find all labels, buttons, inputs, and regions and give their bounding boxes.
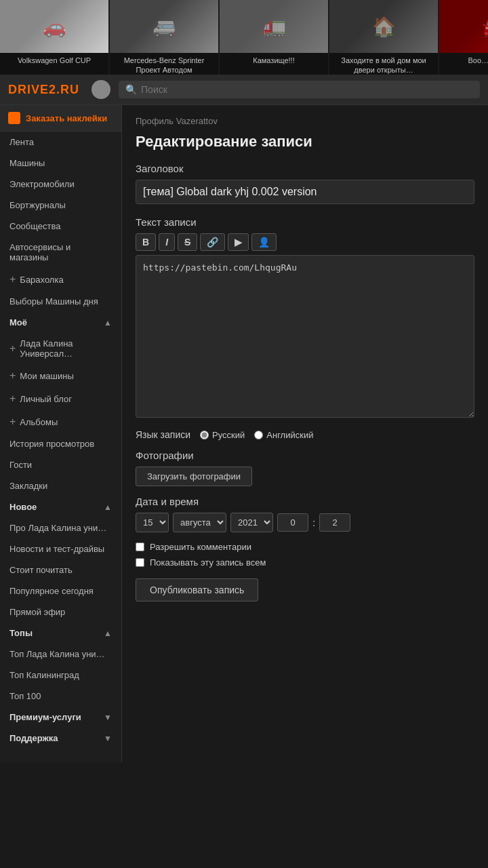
sidebar-item-cars[interactable]: Машины <box>0 153 121 174</box>
chevron-new-icon: ▲ <box>104 502 112 512</box>
add-icon-garage: + <box>9 273 16 285</box>
toolbar-btn-bold[interactable]: B <box>136 233 156 251</box>
sidebar-subitem-kalina[interactable]: +Лада Калина Универсал… <box>0 333 121 364</box>
sidebar-item-lenta[interactable]: Лента <box>0 132 121 153</box>
carousel-thumb-mb: 🚐 <box>110 0 218 53</box>
sidebar-section-label-premium: Премиум-услуги <box>9 712 81 722</box>
toolbar-btn-link[interactable]: 🔗 <box>200 233 225 251</box>
chevron-premium-icon: ▼ <box>104 713 112 722</box>
sidebar-item-garage[interactable]: +Барахолка <box>0 268 121 291</box>
sidebar-subitem-news[interactable]: Новости и тест-драйвы <box>0 538 121 559</box>
add-icon-albums: + <box>9 416 16 428</box>
sidebar: Заказать наклейки ЛентаМашиныЭлектромоби… <box>0 105 122 762</box>
sidebar-promo[interactable]: Заказать наклейки <box>0 105 121 132</box>
toolbar-btn-italic[interactable]: I <box>159 233 175 251</box>
carousel-item-vw[interactable]: 🚗 Volkswagen Golf CUP <box>0 0 110 75</box>
lang-radio-group: РусскийАнглийский <box>200 430 313 440</box>
sidebar-section-support[interactable]: Поддержка ▼ <box>0 728 121 749</box>
sidebar-item-choices[interactable]: Выборы Машины дня <box>0 291 121 312</box>
sidebar-subitem-top100[interactable]: Топ 100 <box>0 686 121 707</box>
sidebar-label-ev: Электромобили <box>9 179 75 189</box>
carousel-label-mb: Mercedes-Benz Sprinter Проект Автодом <box>110 53 218 75</box>
minute-input[interactable] <box>319 513 350 532</box>
search-input[interactable] <box>141 84 473 95</box>
toolbar-btn-video[interactable]: ▶ <box>228 233 249 251</box>
sidebar-item-services[interactable]: Автосервисы и магазины <box>0 237 121 268</box>
carousel-thumb-vw: 🚗 <box>0 0 108 53</box>
sidebar-item-ev[interactable]: Электромобили <box>0 174 121 195</box>
sidebar-label-garage: Барахолка <box>20 275 63 285</box>
carousel-item-mb[interactable]: 🚐 Mercedes-Benz Sprinter Проект Автодом <box>110 0 220 75</box>
show-public-checkbox[interactable]: Показывать эту запись всем <box>136 557 474 568</box>
text-area[interactable] <box>136 255 474 418</box>
upload-photos-button[interactable]: Загрузить фотографии <box>136 467 252 486</box>
year-select[interactable]: 2021 <box>230 513 273 532</box>
sidebar-subitem-guests[interactable]: Гости <box>0 454 121 475</box>
carousel: 🚗 Volkswagen Golf CUP 🚐 Mercedes-Benz Sp… <box>0 0 488 75</box>
sidebar-subitem-pro-kalina[interactable]: Про Лада Калина уни… <box>0 517 121 538</box>
sidebar-subitem-popular[interactable]: Популярное сегодня <box>0 580 121 601</box>
datetime-label: Дата и время <box>136 496 474 507</box>
sidebar-label-top100: Топ 100 <box>9 691 41 701</box>
carousel-item-car5[interactable]: 🚘 Воо… Копьё… <box>439 0 488 75</box>
carousel-item-kamaz[interactable]: 🚛 Камазище!!! <box>220 0 329 75</box>
text-section-label: Текст записи <box>136 216 474 228</box>
carousel-icon-mb: 🚐 <box>152 16 176 38</box>
lang-radio-en[interactable]: Английский <box>254 430 313 440</box>
lang-radio-ru[interactable]: Русский <box>200 430 245 440</box>
toolbar-btn-person[interactable]: 👤 <box>251 233 277 251</box>
add-icon-kalina: + <box>9 342 16 355</box>
day-select[interactable]: 15 <box>136 513 169 532</box>
carousel-icon-car5: 🚘 <box>482 16 489 38</box>
sidebar-subitem-top-kgd[interactable]: Топ Калининград <box>0 665 121 686</box>
sidebar-subitem-my-cars[interactable]: +Мои машины <box>0 364 121 387</box>
sidebar-section-label-new: Новое <box>9 502 37 512</box>
sidebar-subitem-top-kalina[interactable]: Топ Лада Калина уни… <box>0 644 121 665</box>
logo: DRIVE2.RU <box>8 83 79 97</box>
publish-button[interactable]: Опубликовать запись <box>136 578 258 601</box>
lang-radio-label-en: Английский <box>266 430 313 440</box>
sidebar-label-albums: Альбомы <box>20 417 58 427</box>
sidebar-label-cars: Машины <box>9 158 45 168</box>
main-content: Профиль Vazerattov Редактирование записи… <box>122 105 488 762</box>
sidebar-section-new[interactable]: Новое ▲ <box>0 496 121 517</box>
carousel-icon-vw: 🚗 <box>43 16 66 38</box>
promo-label: Заказать наклейки <box>26 113 107 123</box>
sidebar-label-my-cars: Мои машины <box>20 371 73 381</box>
sidebar-item-communities[interactable]: Сообщества <box>0 216 121 237</box>
sidebar-label-read: Стоит почитать <box>9 565 73 575</box>
toolbar-btn-strike[interactable]: S <box>178 233 197 251</box>
sidebar-label-guests: Гости <box>9 460 32 470</box>
sidebar-label-popular: Популярное сегодня <box>9 586 94 596</box>
sidebar-label-pro-kalina: Про Лада Калина уни… <box>9 523 106 533</box>
carousel-label-car5: Воо… Копьё… <box>439 53 488 66</box>
carousel-thumb-car5: 🚘 <box>439 0 488 53</box>
public-checkbox-input[interactable] <box>136 558 144 567</box>
sidebar-subitem-live[interactable]: Прямой эфир <box>0 601 121 623</box>
hour-input[interactable] <box>277 513 308 532</box>
allow-comments-checkbox[interactable]: Разрешить комментарии <box>136 542 474 552</box>
sidebar-label-bookmarks: Закладки <box>9 481 47 491</box>
month-select[interactable]: августа <box>173 513 226 532</box>
sidebar-section-label-support: Поддержка <box>9 733 58 743</box>
sidebar-section-tops[interactable]: Топы ▲ <box>0 623 121 644</box>
sidebar-subitem-bookmarks[interactable]: Закладки <box>0 475 121 496</box>
sidebar-subitem-blog[interactable]: +Личный блог <box>0 387 121 410</box>
carousel-item-house[interactable]: 🏠 Заходите в мой дом мои двери открыты… <box>329 0 439 75</box>
sidebar-subitem-read[interactable]: Стоит почитать <box>0 559 121 580</box>
show-public-label: Показывать эту запись всем <box>150 557 266 568</box>
sidebar-section-premium[interactable]: Премиум-услуги ▼ <box>0 707 121 728</box>
allow-comments-label: Разрешить комментарии <box>150 542 251 552</box>
lang-radio-input-en[interactable] <box>254 431 263 439</box>
search-icon: 🔍 <box>125 84 137 95</box>
lang-radio-input-ru[interactable] <box>200 431 209 439</box>
colon: : <box>312 517 315 528</box>
sidebar-items: ЛентаМашиныЭлектромобилиБортжурналыСообщ… <box>0 132 121 312</box>
sidebar-subitem-history[interactable]: История просмотров <box>0 433 121 454</box>
sidebar-item-journals[interactable]: Бортжурналы <box>0 195 121 216</box>
sidebar-subitem-albums[interactable]: +Альбомы <box>0 410 121 433</box>
comments-checkbox-input[interactable] <box>136 542 144 551</box>
title-input[interactable] <box>136 180 474 204</box>
sidebar-section-mine[interactable]: Моё ▲ <box>0 312 121 333</box>
sidebar-label-communities: Сообщества <box>9 221 61 231</box>
